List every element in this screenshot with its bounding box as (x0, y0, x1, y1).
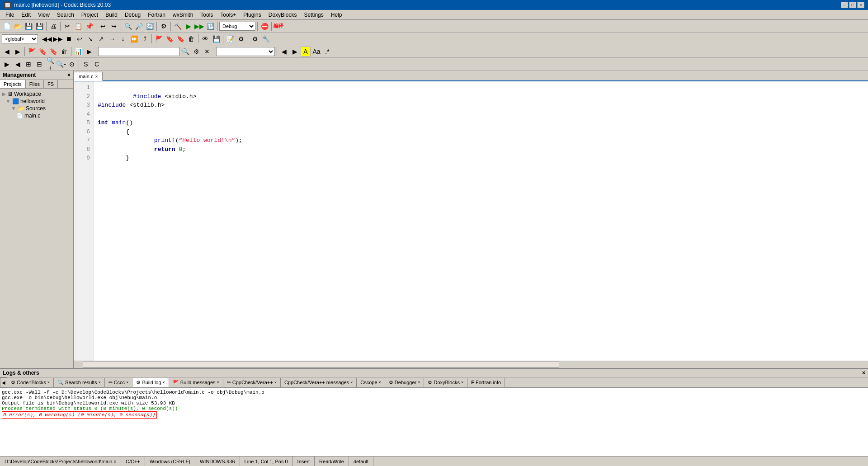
logs-tab-cppcheck-msg[interactable]: CppCheck/Vera++ messages × (281, 378, 357, 387)
debugger-tab-close[interactable]: × (418, 380, 420, 385)
menu-fortran[interactable]: Fortran (144, 11, 169, 19)
debug-step-button[interactable]: ↩ (75, 34, 85, 44)
match-button[interactable]: Aa (311, 47, 321, 56)
nav-prev2-button[interactable]: ◀ (279, 47, 289, 56)
logs-tab-cccc[interactable]: ✏ Cccc × (105, 378, 133, 387)
menu-view[interactable]: View (34, 11, 53, 19)
search-scope-dropdown[interactable] (216, 47, 275, 56)
management-close-icon[interactable]: × (67, 72, 71, 78)
close-button[interactable]: × (857, 2, 864, 8)
debug-stop-button[interactable]: ⏹ (64, 34, 74, 44)
scrollbar-thumb[interactable] (83, 362, 559, 368)
build-run-button[interactable]: ▶▶ (194, 21, 204, 31)
menu-file[interactable]: File (2, 11, 18, 19)
editor-tab-main-c[interactable]: main.c × (74, 72, 103, 81)
debug-next-inst-button[interactable]: → (107, 34, 117, 44)
search-results-tab-close[interactable]: × (98, 380, 100, 385)
bp-clear-button[interactable]: 🗑 (59, 47, 69, 56)
memory-button[interactable]: 💾 (211, 34, 221, 44)
doxyblocks-tab-close[interactable]: × (461, 380, 463, 385)
menu-toolsplus[interactable]: Tools+ (217, 11, 240, 19)
logs-tab-search-results[interactable]: 🔍 Search results × (54, 378, 105, 387)
debug-next-button[interactable]: ▶▶ (53, 34, 63, 44)
logs-tab-debugger[interactable]: ⚙ Debugger × (385, 378, 425, 387)
menu-tools[interactable]: Tools (197, 11, 217, 19)
search-go-button[interactable]: 🔍 (180, 47, 190, 56)
misc-btn1[interactable]: ⚙ (250, 34, 260, 44)
zoom-reset-button[interactable]: ⊙ (67, 59, 77, 69)
nav-forward-button[interactable]: ▶ (13, 47, 23, 56)
menu-settings[interactable]: Settings (300, 11, 327, 19)
run-button[interactable]: ▶ (184, 21, 193, 31)
settings-button[interactable]: ⚙ (159, 21, 169, 31)
logs-tab-build-log[interactable]: ⚙ Build log × (132, 378, 169, 387)
code-editor[interactable]: 1 2 3 4 5 6 7 8 9 #include <stdio.h> #in… (74, 81, 868, 361)
search-toolbar-input[interactable] (98, 47, 179, 56)
build-log-tab-close[interactable]: × (163, 380, 165, 385)
cppcheck-msg-tab-close[interactable]: × (350, 380, 353, 385)
code-folding-button[interactable]: ▶ (2, 59, 12, 69)
find-button[interactable]: 🔍 (123, 21, 133, 31)
tree-sources[interactable]: ▼ 📁 Sources (2, 105, 71, 112)
tab-close-icon[interactable]: × (95, 74, 98, 79)
tree-workspace[interactable]: ▶ 🖥 Workspace (2, 90, 71, 98)
bookmarks-next-button[interactable]: 🔖 (165, 34, 175, 44)
search-clear-button[interactable]: ✕ (202, 47, 212, 56)
logs-tab-cppcheck[interactable]: ✏ CppCheck/Vera++ × (223, 378, 281, 387)
block-start-button[interactable]: ⊞ (24, 59, 33, 69)
block-end-button[interactable]: ⊟ (34, 59, 44, 69)
code-toggle-button[interactable]: ◀ (13, 59, 23, 69)
menu-build[interactable]: Build (102, 11, 121, 19)
snippet-btn[interactable]: S (81, 59, 91, 69)
rebuild-button[interactable]: 🔃 (205, 21, 215, 31)
bookmarks-prev-button[interactable]: 🔖 (175, 34, 185, 44)
logs-close-icon[interactable]: × (862, 370, 865, 376)
debug-run-to-button[interactable]: ⏩ (129, 34, 139, 44)
codeblocks-tab-close[interactable]: × (47, 380, 50, 385)
nav-back-button[interactable]: ◀ (2, 47, 12, 56)
tab-fs[interactable]: FS (44, 80, 58, 88)
breakpoint-button[interactable]: 🚩 (27, 47, 37, 56)
logs-tab-doxyblocks[interactable]: ⚙ DoxyBlocks × (424, 378, 467, 387)
open-file-button[interactable]: 📂 (13, 21, 23, 31)
redo-button[interactable]: ↪ (109, 21, 119, 31)
regex-button[interactable]: .* (322, 47, 332, 56)
menu-search[interactable]: Search (53, 11, 78, 19)
tree-helloworld[interactable]: ▼ 🟦 helloworld (2, 98, 71, 105)
horizontal-scrollbar[interactable] (74, 361, 868, 368)
bookmarks-toggle-button[interactable]: 🚩 (154, 34, 164, 44)
global-dropdown[interactable]: <global> (2, 34, 38, 43)
save-button[interactable]: 💾 (24, 21, 33, 31)
copy-button[interactable]: 📋 (73, 21, 83, 31)
code-content[interactable]: #include <stdio.h> #include <stdlib.h> i… (94, 81, 868, 361)
logs-tab-build-messages[interactable]: 🚩 Build messages × (169, 378, 223, 387)
bp-prev-button[interactable]: 🔖 (48, 47, 58, 56)
cccc-tab-close[interactable]: × (126, 380, 128, 385)
paste-button[interactable]: 📌 (84, 21, 94, 31)
logs-tab-codeblocks[interactable]: ⚙ Code::Blocks × (7, 378, 54, 387)
maximize-button[interactable]: □ (849, 2, 856, 8)
menu-debug[interactable]: Debug (121, 11, 144, 19)
menu-help[interactable]: Help (327, 11, 346, 19)
debug-step-in-button[interactable]: ↘ (85, 34, 95, 44)
search-options-button[interactable]: ⚙ (191, 47, 201, 56)
build-build-button[interactable]: 🔨 (173, 21, 183, 31)
menu-project[interactable]: Project (78, 11, 102, 19)
logs-tab-prev-button[interactable]: ◀ (0, 377, 7, 387)
tab-projects[interactable]: Projects (0, 80, 26, 88)
debug-step-inst-button[interactable]: ↓ (118, 34, 128, 44)
save-all-button[interactable]: 💾 (34, 21, 44, 31)
profile-btn[interactable]: 📊 (73, 47, 83, 56)
bookmarks-clear-button[interactable]: 🗑 (186, 34, 196, 44)
logs-tab-fortran[interactable]: F Fortran info (467, 378, 505, 387)
logs-tab-cscope[interactable]: Cscope × (357, 378, 385, 387)
cppcheck-tab-close[interactable]: × (274, 380, 277, 385)
doxyblocks-config-button[interactable]: ⚙ (236, 34, 246, 44)
debug-run-to-ret-button[interactable]: ⤴ (140, 34, 150, 44)
print-button[interactable]: 🖨 (48, 21, 58, 31)
bp-next-button[interactable]: 🔖 (38, 47, 47, 56)
menu-edit[interactable]: Edit (18, 11, 34, 19)
zoom-in-button[interactable]: 🔍+ (45, 59, 55, 69)
abort-button[interactable]: ⛔ (259, 21, 269, 31)
misc-btn2[interactable]: 🔧 (261, 34, 271, 44)
